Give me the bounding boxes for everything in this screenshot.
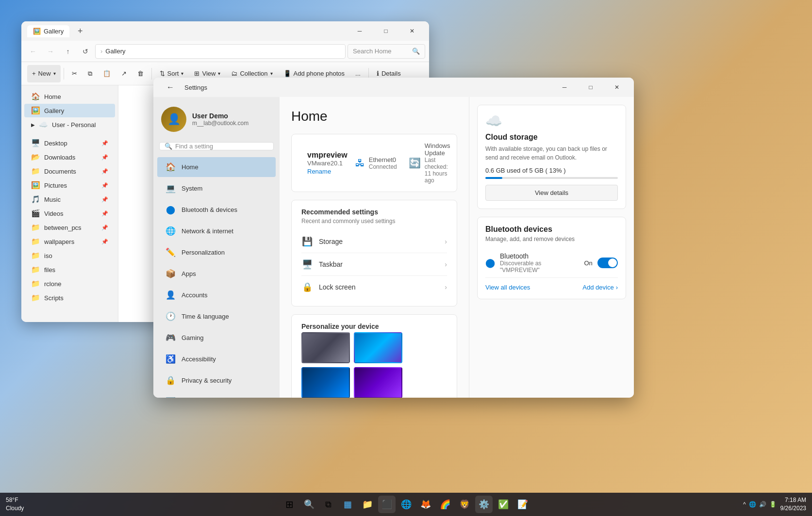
settings-window-controls: ─ □ ✕	[553, 80, 628, 95]
nav-item-privacy[interactable]: 🔒 Privacy & security	[157, 371, 276, 390]
sort-dropdown-icon: ▾	[181, 71, 183, 76]
settings-search[interactable]: 🔍 Find a setting	[159, 142, 274, 150]
nav-item-accounts[interactable]: 👤 Accounts	[157, 285, 276, 305]
nav-item-windows-update[interactable]: 🔄 Windows Update	[157, 392, 276, 398]
time-display[interactable]: 7:18 AM 9/26/2023	[780, 496, 806, 513]
nav-item-personalization[interactable]: ✏️ Personalization	[157, 242, 276, 262]
taskbar-explorer-button[interactable]: 📁	[359, 496, 376, 513]
settings-close-button[interactable]: ✕	[606, 80, 628, 95]
settings-back-button[interactable]: ←	[159, 80, 182, 95]
delete-ribbon-button[interactable]: 🗑	[133, 65, 149, 82]
bluetooth-toggle[interactable]	[597, 258, 618, 268]
fe-refresh-button[interactable]: ↺	[78, 44, 93, 59]
new-ribbon-button[interactable]: + New ▾	[27, 65, 61, 82]
view-dropdown-icon: ▾	[218, 71, 220, 76]
taskbar-todo-button[interactable]: ✅	[495, 496, 512, 513]
sidebar-item-rclone[interactable]: 📁 rclone	[24, 277, 115, 290]
taskbar-widgets-button[interactable]: ▦	[339, 496, 357, 513]
taskbar-edge-button[interactable]: 🌐	[398, 496, 415, 513]
fe-up-button[interactable]: ↑	[60, 44, 76, 59]
wallpaper-2[interactable]	[354, 332, 402, 363]
cloud-storage-card: ☁️ Cloud storage With available storage,…	[477, 105, 626, 209]
between-pcs-icon: 📁	[31, 223, 40, 232]
taskbar-firefox-button[interactable]: 🦊	[417, 496, 434, 513]
taskbar-chrome-button[interactable]: 🌈	[436, 496, 454, 513]
sidebar-item-iso[interactable]: 📁 iso	[24, 249, 115, 262]
taskbar-taskview-button[interactable]: ⧉	[320, 496, 337, 513]
taskbar-terminal-button[interactable]: ⬛	[378, 496, 396, 513]
nav-item-system[interactable]: 💻 System	[157, 178, 276, 198]
sidebar-wallpapers-label: wallpapers	[44, 238, 74, 245]
sidebar-item-downloads[interactable]: 📂 Downloads 📌	[24, 150, 115, 164]
taskbar-settings-button[interactable]: ⚙️	[475, 496, 493, 513]
sidebar-item-pictures[interactable]: 🖼️ Pictures 📌	[24, 178, 115, 192]
nav-item-time[interactable]: 🕐 Time & language	[157, 306, 276, 326]
fe-back-button[interactable]: ←	[25, 44, 41, 59]
taskbar-brave-button[interactable]: 🦁	[456, 496, 473, 513]
tray-chevron[interactable]: ^	[743, 501, 746, 508]
sidebar-item-user-personal[interactable]: ▶ ☁️ User - Personal	[24, 118, 115, 131]
sidebar-item-wallpapers[interactable]: 📁 wallpapers 📌	[24, 235, 115, 248]
cloud-storage-icon: ☁️	[485, 113, 618, 129]
sidebar-item-music[interactable]: 🎵 Music 📌	[24, 193, 115, 206]
lock-screen-row-label: 🔒 Lock screen	[301, 282, 355, 292]
lock-screen-row[interactable]: 🔒 Lock screen ›	[301, 276, 447, 298]
fe-minimize-button[interactable]: ─	[348, 23, 371, 39]
wallpaper-4[interactable]	[354, 367, 402, 398]
sidebar-item-home[interactable]: 🏠 Home	[24, 90, 115, 103]
sidebar-item-scripts[interactable]: 📁 Scripts	[24, 291, 115, 305]
taskbar-start-button[interactable]: ⊞	[281, 496, 298, 513]
nav-network-label: Network & internet	[182, 227, 233, 235]
documents-icon: 📁	[31, 167, 40, 176]
user-profile[interactable]: 👤 User Demo m__lab@outlook.com	[153, 101, 280, 138]
share-ribbon-button[interactable]: ↗	[116, 65, 132, 82]
device-rename-link[interactable]: Rename	[307, 168, 331, 175]
fe-close-button[interactable]: ✕	[401, 23, 423, 39]
recommended-sub: Recent and commonly used settings	[301, 218, 447, 225]
sidebar-item-videos[interactable]: 🎬 Videos 📌	[24, 207, 115, 220]
wallpaper-3[interactable]	[301, 367, 350, 398]
sidebar-gallery-label: Gallery	[44, 107, 64, 114]
storage-row[interactable]: 💾 Storage ›	[301, 230, 447, 253]
view-all-devices-link[interactable]: View all devices	[485, 284, 530, 291]
nav-item-gaming[interactable]: 🎮 Gaming	[157, 328, 276, 348]
fe-forward-button[interactable]: →	[43, 44, 58, 59]
personalize-title: Personalize your device	[301, 322, 447, 330]
sidebar-item-between-pcs[interactable]: 📁 between_pcs 📌	[24, 221, 115, 234]
taskbar-search-button[interactable]: 🔍	[300, 496, 318, 513]
windows-update-info: Windows Update Last checked: 11 hours ag…	[425, 142, 450, 184]
add-device-link[interactable]: Add device ›	[582, 284, 618, 291]
sidebar-item-desktop[interactable]: 🖥️ Desktop 📌	[24, 136, 115, 150]
new-tab-button[interactable]: +	[73, 24, 87, 38]
storage-paren-close: )	[563, 167, 565, 174]
nav-item-accessibility[interactable]: ♿ Accessibility	[157, 349, 276, 369]
pin-icon-between-pcs: 📌	[101, 225, 108, 231]
clock-time: 7:18 AM	[780, 496, 806, 504]
taskbar-onenote-button[interactable]: 📝	[514, 496, 531, 513]
paste-ribbon-button[interactable]: 📋	[98, 65, 116, 82]
fe-search-bar[interactable]: Search Home 🔍	[348, 44, 425, 59]
nav-item-apps[interactable]: 📦 Apps	[157, 264, 276, 284]
sidebar-item-gallery[interactable]: 🖼️ Gallery	[24, 104, 115, 117]
view-details-button[interactable]: View details	[485, 185, 618, 201]
fe-address-bar[interactable]: › Gallery	[95, 44, 346, 59]
settings-maximize-button[interactable]: □	[580, 80, 602, 95]
sidebar-item-documents[interactable]: 📁 Documents 📌	[24, 164, 115, 178]
sidebar-item-files[interactable]: 📁 files	[24, 263, 115, 276]
settings-minimize-button[interactable]: ─	[553, 80, 576, 95]
nav-item-bluetooth[interactable]: ⬤ Bluetooth & devices	[157, 200, 276, 220]
sidebar-iso-label: iso	[44, 252, 52, 259]
ribbon-sep2	[151, 68, 152, 80]
ethernet-info: Ethernet0 Connected	[369, 156, 397, 170]
fe-maximize-button[interactable]: □	[375, 23, 397, 39]
cut-ribbon-button[interactable]: ✂	[67, 65, 82, 82]
nav-item-home[interactable]: 🏠 Home	[157, 157, 276, 177]
nav-item-network[interactable]: 🌐 Network & internet	[157, 221, 276, 241]
wallpaper-1[interactable]	[301, 332, 350, 363]
personalize-card: Personalize your device	[291, 314, 457, 398]
copy-ribbon-button[interactable]: ⧉	[83, 65, 97, 82]
taskbar-row[interactable]: 🖥️ Taskbar ›	[301, 253, 447, 276]
settings-content: Home vmpreview VMware20.1 Rename 🖧 Ether…	[280, 97, 469, 398]
fe-tab-gallery[interactable]: 🖼️ Gallery	[27, 25, 69, 37]
tray-volume-icon: 🔊	[759, 501, 766, 508]
